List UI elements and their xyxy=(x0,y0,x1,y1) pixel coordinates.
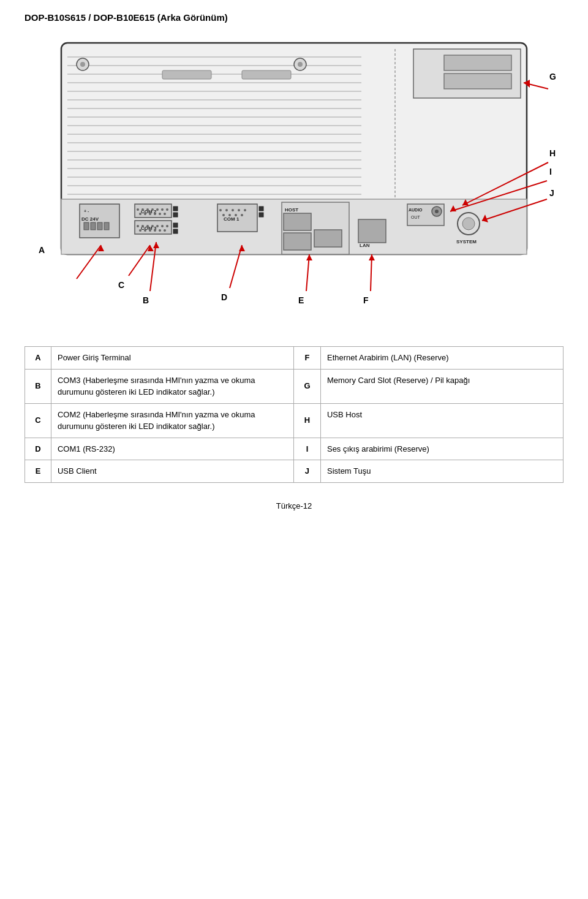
svg-text:E: E xyxy=(298,295,304,305)
svg-rect-43 xyxy=(135,204,172,218)
svg-line-124 xyxy=(462,162,548,205)
svg-point-34 xyxy=(298,233,303,238)
svg-line-112 xyxy=(150,242,156,291)
svg-point-56 xyxy=(159,213,161,215)
svg-point-28 xyxy=(80,233,85,238)
svg-point-30 xyxy=(509,233,514,238)
svg-point-69 xyxy=(139,229,141,232)
svg-rect-39 xyxy=(84,222,89,230)
svg-point-48 xyxy=(151,208,154,211)
svg-point-103 xyxy=(458,213,480,235)
table-row: D COM1 (RS-232) I Ses çıkış arabirimi (R… xyxy=(25,438,564,460)
svg-marker-113 xyxy=(153,242,159,248)
svg-text:C: C xyxy=(118,280,124,290)
svg-point-70 xyxy=(144,229,146,232)
svg-rect-106 xyxy=(413,49,521,98)
key-d: D xyxy=(25,438,51,460)
svg-rect-98 xyxy=(407,204,444,226)
svg-text:J: J xyxy=(549,188,554,198)
svg-rect-40 xyxy=(91,222,96,230)
value-d: COM1 (RS-232) xyxy=(51,438,293,460)
key-f: F xyxy=(293,347,320,370)
svg-rect-108 xyxy=(444,74,511,89)
svg-line-120 xyxy=(371,254,372,291)
svg-text:HOST: HOST xyxy=(285,207,298,213)
svg-point-73 xyxy=(159,229,161,232)
svg-point-53 xyxy=(144,213,146,215)
svg-rect-60 xyxy=(135,221,172,234)
svg-point-71 xyxy=(149,229,151,232)
key-c: C xyxy=(25,403,51,438)
table-row: C COM2 (Haberleşme sırasında HMI'nın yaz… xyxy=(25,403,564,438)
svg-line-110 xyxy=(77,245,101,279)
svg-point-102 xyxy=(435,210,439,213)
svg-point-31 xyxy=(294,58,306,70)
svg-point-63 xyxy=(141,225,144,227)
svg-text:I: I xyxy=(549,167,552,176)
page-title: DOP-B10S615 / DOP-B10E615 (Arka Görünüm) xyxy=(24,12,564,23)
svg-text:D: D xyxy=(221,292,227,302)
svg-text:F: F xyxy=(363,295,369,305)
svg-marker-119 xyxy=(306,254,312,260)
svg-point-57 xyxy=(164,213,166,215)
svg-point-45 xyxy=(137,208,139,211)
value-a: Power Giriş Terminal xyxy=(51,347,293,370)
svg-point-47 xyxy=(146,208,149,211)
svg-point-85 xyxy=(228,214,231,216)
value-e: USB Client xyxy=(51,460,293,483)
svg-point-54 xyxy=(149,213,151,215)
table-row: E USB Client J Sistem Tuşu xyxy=(25,460,564,483)
svg-line-118 xyxy=(306,254,309,291)
svg-line-126 xyxy=(450,181,547,211)
svg-rect-35 xyxy=(61,199,527,254)
key-e: E xyxy=(25,460,51,483)
svg-line-128 xyxy=(482,199,547,221)
svg-point-81 xyxy=(232,209,234,211)
svg-point-49 xyxy=(156,208,159,211)
svg-rect-75 xyxy=(173,223,178,227)
svg-point-32 xyxy=(298,62,303,67)
svg-marker-125 xyxy=(462,199,469,205)
svg-point-29 xyxy=(505,230,518,242)
svg-marker-115 xyxy=(148,245,154,251)
svg-text:COM 1: COM 1 xyxy=(224,216,239,222)
svg-line-116 xyxy=(230,245,242,288)
svg-point-87 xyxy=(241,214,243,216)
svg-text:A: A xyxy=(39,245,45,255)
page-footer: Türkçe-12 xyxy=(24,501,564,510)
svg-point-66 xyxy=(156,225,159,227)
svg-rect-107 xyxy=(444,55,511,70)
svg-text:DC 24V: DC 24V xyxy=(81,216,99,222)
svg-rect-1 xyxy=(67,49,361,199)
svg-point-83 xyxy=(244,209,246,211)
svg-marker-127 xyxy=(450,205,456,211)
svg-rect-92 xyxy=(284,213,311,230)
device-diagram: + - DC 24V COM 2 xyxy=(28,34,560,328)
svg-point-68 xyxy=(166,225,168,227)
svg-point-101 xyxy=(432,207,442,216)
svg-point-62 xyxy=(137,225,139,227)
svg-rect-76 xyxy=(173,229,178,233)
svg-point-72 xyxy=(154,229,156,232)
svg-rect-58 xyxy=(173,207,178,211)
svg-point-82 xyxy=(238,209,240,211)
svg-rect-90 xyxy=(282,202,349,254)
svg-text:H: H xyxy=(549,148,556,158)
svg-rect-96 xyxy=(358,219,386,243)
svg-point-52 xyxy=(139,213,141,215)
svg-point-55 xyxy=(154,213,156,215)
svg-point-25 xyxy=(505,58,518,70)
svg-text:AUDIO: AUDIO xyxy=(409,208,423,212)
svg-marker-111 xyxy=(98,245,104,251)
svg-rect-22 xyxy=(242,70,291,79)
value-i: Ses çıkış arabirimi (Reserve) xyxy=(320,438,563,460)
svg-point-64 xyxy=(146,225,149,227)
info-table: A Power Giriş Terminal F Ethernet Arabir… xyxy=(24,346,564,483)
table-row: A Power Giriş Terminal F Ethernet Arabir… xyxy=(25,347,564,370)
value-c: COM2 (Haberleşme sırasında HMI'nın yazma… xyxy=(51,403,293,438)
svg-text:COM 3: COM 3 xyxy=(141,226,157,231)
value-b: COM3 (Haberleşme sırasında HMI'nın yazma… xyxy=(51,369,293,403)
svg-point-26 xyxy=(509,62,514,67)
svg-marker-129 xyxy=(482,214,488,222)
svg-rect-19 xyxy=(162,70,211,79)
